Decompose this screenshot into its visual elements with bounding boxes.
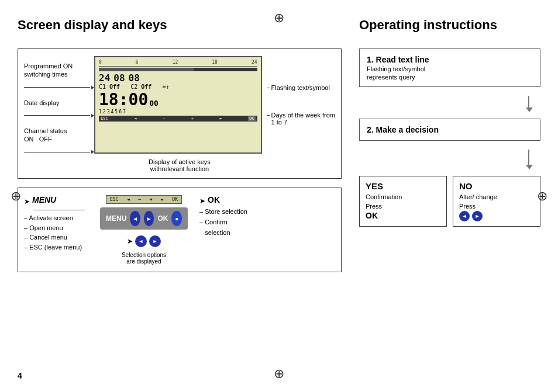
no-right-arrow: ► xyxy=(472,211,483,221)
ok-section: ➤ OK – Store selection – Confirm selecti… xyxy=(199,195,335,238)
yes-box: YES Confirmation Press OK xyxy=(359,176,447,227)
lcd-row1: 24 08 08 xyxy=(99,72,257,84)
keys-panel: MENU ◄ ► OK ● xyxy=(100,207,188,230)
menu-item-cancel: – Cancel menu xyxy=(24,233,88,242)
step1-box: 1. Read text line Flashing text/symbol r… xyxy=(359,48,540,87)
ok-item-store: – Store selection xyxy=(199,207,335,217)
ok-label: OK xyxy=(208,195,220,204)
keys-center: ESC◄–+►OK MENU ◄ ► OK ● ➤ ◄ ► xyxy=(97,195,191,265)
keys-mini-display: ESC◄–+►OK xyxy=(106,195,182,204)
lcd-days: 1234567 xyxy=(99,109,257,115)
menu-item-activate: – Activate screen xyxy=(24,213,88,223)
step2-title: 2. Make a decision xyxy=(367,125,533,134)
selection-right-arrow[interactable]: ► xyxy=(149,235,161,247)
selection-label: Selection optionsare displayed xyxy=(122,252,166,265)
label-date-display: Date display xyxy=(24,99,94,107)
selection-left-arrow[interactable]: ◄ xyxy=(135,235,147,247)
yes-action: Confirmation xyxy=(366,193,440,200)
yes-title: YES xyxy=(366,181,440,191)
no-left-arrow: ◄ xyxy=(459,211,470,221)
arrow-connector2 xyxy=(359,150,540,167)
crosshair-right: ⊕ xyxy=(537,189,547,204)
ok-item-confirm: – Confirm selection xyxy=(199,217,335,238)
panel-ok-btn[interactable]: ● xyxy=(171,211,182,226)
panel-left-arrow[interactable]: ◄ xyxy=(130,211,140,226)
right-column: Operating instructions 1. Read text line… xyxy=(359,18,540,380)
panel-ok-label: OK xyxy=(157,214,168,223)
decision-row: YES Confirmation Press OK NO Alter/ chan… xyxy=(359,176,540,227)
step1-title: 1. Read text line xyxy=(367,55,533,64)
crosshair-top: ⊕ xyxy=(274,11,284,26)
keys-box: ➤ MENU – Activate screen – Open menu – C… xyxy=(18,188,342,272)
menu-item-esc: – ESC (leave menu) xyxy=(24,242,88,252)
no-press: Press xyxy=(459,203,534,210)
screen-labels: Programmed ONswitching times Date displa… xyxy=(24,56,94,154)
step1-subtitle1: Flashing text/symbol xyxy=(367,65,533,72)
no-box: NO Alter/ change Press ◄ ► xyxy=(453,176,540,227)
page-number: 4 xyxy=(18,371,22,380)
label-channel-status: Channel statusON OFF xyxy=(24,127,94,144)
label-days-of-week: Days of the week from1 to 7 xyxy=(271,112,335,126)
lcd-time: 18:00 00 xyxy=(99,90,257,109)
menu-label: MENU xyxy=(32,195,56,204)
no-arrows: ◄ ► xyxy=(459,211,534,221)
no-title: NO xyxy=(459,181,534,191)
left-column: Screen display and keys Programmed ONswi… xyxy=(18,18,342,380)
menu-items: – Activate screen – Open menu – Cancel m… xyxy=(24,213,88,252)
ok-items: – Store selection – Confirm selection xyxy=(199,207,335,238)
lcd-keys-row: ESC◄–+►OK xyxy=(99,116,257,122)
lcd-timeline: 06121824 xyxy=(99,60,257,67)
crosshair-left: ⊕ xyxy=(11,189,21,204)
menu-section: ➤ MENU – Activate screen – Open menu – C… xyxy=(24,195,88,252)
step2-box: 2. Make a decision xyxy=(359,119,540,141)
panel-right-arrow[interactable]: ► xyxy=(144,211,154,226)
screen-display-section-title: Screen display and keys xyxy=(18,18,342,33)
lcd-progress-bar xyxy=(99,68,257,71)
operating-instructions-title: Operating instructions xyxy=(359,18,540,33)
display-bottom-label: Display of active keyswithrelevant funct… xyxy=(24,158,335,172)
label-time-display: Flashing text/symbol xyxy=(271,84,330,91)
arrow-connector1 xyxy=(359,96,540,110)
yes-press: Press xyxy=(366,203,440,210)
screen-right-labels: Flashing text/symbol Days of the week fr… xyxy=(262,56,335,154)
yes-key: OK xyxy=(366,211,440,220)
label-programmed-on: Programmed ONswitching times xyxy=(24,62,94,79)
lcd-screen: 06121824 24 08 08 C1 Off C2 Off ≡↑ xyxy=(94,56,262,154)
crosshair-bottom: ⊕ xyxy=(274,366,284,381)
no-action: Alter/ change xyxy=(459,193,534,200)
menu-item-open: – Open menu xyxy=(24,223,88,233)
step1-subtitle2: represents query xyxy=(367,74,533,81)
panel-menu-label: MENU xyxy=(106,214,126,223)
screen-display-box: Programmed ONswitching times Date displa… xyxy=(18,48,342,179)
lcd-channel-row: C1 Off C2 Off ≡↑ xyxy=(99,84,257,90)
lcd-seconds: 00 xyxy=(149,99,159,107)
